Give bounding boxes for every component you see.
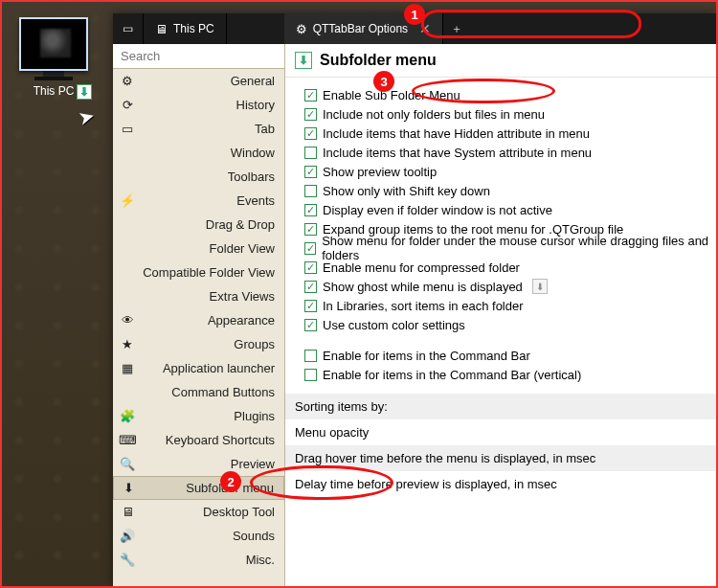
checkbox[interactable]: ✓ bbox=[304, 281, 317, 293]
checkbox[interactable]: ✓ bbox=[304, 350, 317, 362]
events-icon: ⚡ bbox=[119, 193, 136, 208]
groups-icon: ★ bbox=[119, 337, 136, 351]
sidebar-item-misc-[interactable]: 🔧Misc. bbox=[113, 548, 284, 572]
sidebar-item-keyboard-shortcuts[interactable]: ⌨Keyboard Shortcuts bbox=[113, 428, 284, 452]
checkbox[interactable]: ✓ bbox=[304, 185, 317, 197]
checkbox[interactable]: ✓ bbox=[304, 369, 317, 381]
option-label: Show only with Shift key down bbox=[323, 184, 490, 198]
sidebar-item-command-buttons[interactable]: Command Buttons bbox=[113, 380, 284, 404]
option-label: Enable for items in the Command Bar bbox=[323, 349, 530, 363]
sidebar-item-desktop-tool[interactable]: 🖥Desktop Tool bbox=[113, 500, 284, 524]
sidebar-item-sounds[interactable]: 🔊Sounds bbox=[113, 524, 284, 548]
sidebar-item-label: Folder View bbox=[119, 241, 277, 256]
sidebar-item-window[interactable]: Window bbox=[113, 141, 284, 165]
checkbox[interactable]: ✓ bbox=[304, 242, 316, 255]
application-launcher-icon: ▦ bbox=[119, 361, 136, 375]
general-icon: ⚙ bbox=[119, 74, 136, 88]
plugins-icon: 🧩 bbox=[119, 409, 136, 423]
setting-row: Drag hover time before the menu is displ… bbox=[285, 445, 716, 471]
sidebar-item-appearance[interactable]: 👁Appearance bbox=[113, 308, 284, 332]
desktop-tool-icon: 🖥 bbox=[119, 505, 136, 519]
close-icon[interactable]: ✕ bbox=[419, 21, 431, 36]
sidebar-item-extra-views[interactable]: Extra Views bbox=[113, 284, 284, 308]
checkbox[interactable]: ✓ bbox=[304, 127, 317, 140]
search-input[interactable] bbox=[113, 44, 284, 68]
option-row: ✓Show ghost while menu is displayed⬇ bbox=[304, 277, 716, 296]
checkbox[interactable]: ✓ bbox=[304, 108, 317, 121]
checkbox[interactable]: ✓ bbox=[304, 261, 317, 274]
sidebar-item-label: History bbox=[119, 98, 277, 112]
option-label: Include items that have Hidden attribute… bbox=[323, 126, 590, 141]
checkbox[interactable]: ✓ bbox=[304, 166, 317, 178]
pc-icon: 🖥 bbox=[155, 22, 168, 36]
setting-row: Sorting items by: bbox=[285, 394, 716, 419]
monitor-icon bbox=[19, 17, 88, 71]
options-sidebar: ⚙General⟳History▭TabWindowToolbars⚡Event… bbox=[113, 44, 285, 586]
option-row: ✓Include items that have Hidden attribut… bbox=[304, 124, 716, 143]
new-tab-button[interactable]: ＋ bbox=[443, 13, 470, 44]
checkbox[interactable]: ✓ bbox=[304, 223, 317, 236]
option-row: ✓Show only with Shift key down bbox=[304, 181, 716, 200]
checkbox[interactable]: ✓ bbox=[304, 319, 317, 331]
sidebar-item-folder-view[interactable]: Folder View bbox=[113, 237, 284, 260]
sidebar-item-tab[interactable]: ▭Tab bbox=[113, 117, 284, 141]
option-label: Include items that have System attribute… bbox=[323, 146, 592, 160]
tab-bar: ▭ 🖥 This PC ⚙ QTTabBar Options ✕ ＋ bbox=[113, 13, 716, 44]
sidebar-item-label: Application launcher bbox=[119, 361, 277, 375]
appearance-icon: 👁 bbox=[119, 313, 136, 328]
sidebar-item-drag-drop[interactable]: Drag & Drop bbox=[113, 213, 284, 237]
checkbox[interactable]: ✓ bbox=[304, 89, 317, 102]
misc--icon: 🔧 bbox=[119, 553, 136, 567]
subfolder-menu-icon: ⬇ bbox=[120, 481, 137, 495]
option-row: ✓Enable menu for compressed folder bbox=[304, 258, 716, 277]
sidebar-item-label: Drag & Drop bbox=[119, 217, 277, 232]
subfolder-menu-icon: ⬇ bbox=[295, 52, 312, 69]
checkbox[interactable]: ✓ bbox=[304, 300, 317, 312]
sidebar-item-preview[interactable]: 🔍Preview bbox=[113, 452, 284, 476]
checkbox[interactable]: ✓ bbox=[304, 204, 317, 216]
sidebar-item-application-launcher[interactable]: ▦Application launcher bbox=[113, 356, 284, 380]
sidebar-item-history[interactable]: ⟳History bbox=[113, 93, 284, 117]
sidebar-item-general[interactable]: ⚙General bbox=[113, 69, 284, 93]
sidebar-item-label: Extra Views bbox=[119, 289, 277, 304]
options-group-main: ✓Enable Sub Folder Menu✓Include not only… bbox=[285, 78, 716, 334]
keyboard-shortcuts-icon: ⌨ bbox=[119, 433, 136, 447]
tab-this-pc[interactable]: 🖥 This PC bbox=[144, 13, 227, 44]
sidebar-item-label: Sounds bbox=[119, 529, 277, 543]
sounds-icon: 🔊 bbox=[119, 529, 136, 543]
option-label: Include not only folders but files in me… bbox=[323, 107, 545, 122]
option-row: ✓Show preview tooltip bbox=[304, 162, 716, 181]
ghost-dropdown-button[interactable]: ⬇ bbox=[532, 279, 548, 294]
checkbox[interactable]: ✓ bbox=[304, 147, 317, 159]
option-row: ✓Display even if folder window is not ac… bbox=[304, 200, 716, 219]
sidebar-item-label: Plugins bbox=[119, 409, 277, 423]
setting-row: Delay time before preview is displayed, … bbox=[285, 471, 716, 497]
option-row: ✓Use custom color settings bbox=[304, 315, 716, 334]
sidebar-item-label: Tab bbox=[119, 122, 277, 136]
gear-icon: ⚙ bbox=[296, 22, 307, 36]
explorer-window: ▭ 🖥 This PC ⚙ QTTabBar Options ✕ ＋ ⚙Gene… bbox=[113, 13, 716, 586]
sidebar-item-events[interactable]: ⚡Events bbox=[113, 189, 284, 213]
settings-list: Sorting items by:Menu opacityDrag hover … bbox=[285, 394, 716, 497]
tab-label: This PC bbox=[173, 22, 214, 35]
option-row: ✓In Libraries, sort items in each folder bbox=[304, 296, 716, 315]
category-list: ⚙General⟳History▭TabWindowToolbars⚡Event… bbox=[113, 69, 284, 586]
option-row: ✓Enable Sub Folder Menu bbox=[304, 85, 716, 104]
option-label: Use custom color settings bbox=[323, 318, 465, 332]
sidebar-item-label: Events bbox=[119, 193, 277, 208]
sidebar-item-label: Compatible Folder View bbox=[119, 265, 277, 280]
option-label: Show ghost while menu is displayed bbox=[323, 280, 523, 294]
sidebar-item-compatible-folder-view[interactable]: Compatible Folder View bbox=[113, 260, 284, 284]
tabbar-menu-button[interactable]: ▭ bbox=[113, 13, 144, 44]
option-row: ✓Include not only folders but files in m… bbox=[304, 104, 716, 124]
shortcut-badge-icon: ⬇ bbox=[77, 84, 92, 100]
option-row: ✓Include items that have System attribut… bbox=[304, 143, 716, 162]
sidebar-item-subfolder-menu[interactable]: ⬇Subfolder menu bbox=[113, 476, 284, 500]
option-label: Show preview tooltip bbox=[323, 165, 437, 179]
sidebar-item-plugins[interactable]: 🧩Plugins bbox=[113, 404, 284, 428]
sidebar-item-groups[interactable]: ★Groups bbox=[113, 332, 284, 356]
sidebar-item-label: Misc. bbox=[119, 553, 277, 567]
setting-row: Menu opacity bbox=[285, 419, 716, 445]
sidebar-item-toolbars[interactable]: Toolbars bbox=[113, 165, 284, 189]
tab-qttabbar-options[interactable]: ⚙ QTTabBar Options ✕ bbox=[284, 13, 443, 44]
